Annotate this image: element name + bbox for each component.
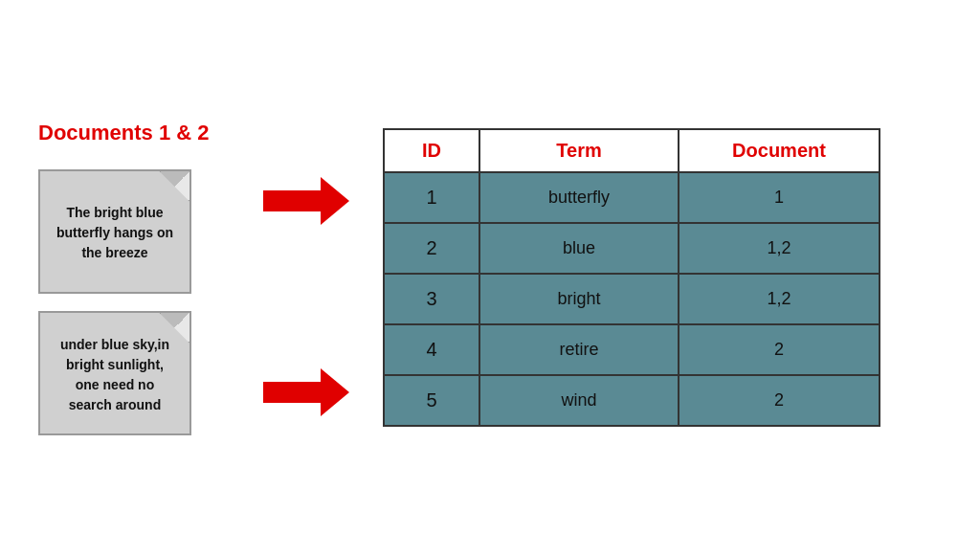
col-header-document: Document <box>679 130 879 171</box>
cell-term-3: bright <box>480 275 679 323</box>
table-header: ID Term Document <box>385 130 879 173</box>
cell-term-5: wind <box>480 376 679 425</box>
cell-id-3: 3 <box>385 275 480 323</box>
document-card-1: The bright blue butterfly hangs on the b… <box>38 169 191 294</box>
documents-section: Documents 1 & 2 The bright blue butterfl… <box>38 121 249 435</box>
table-section: ID Term Document 1 butterfly 1 2 blue 1,… <box>364 128 942 427</box>
table-row: 5 wind 2 <box>385 376 879 425</box>
cell-doc-2: 1,2 <box>679 224 879 273</box>
arrow-right-1 <box>263 177 349 225</box>
cell-doc-1: 1 <box>679 173 879 222</box>
cell-term-1: butterfly <box>480 173 679 222</box>
col-header-id: ID <box>385 130 480 171</box>
cell-doc-3: 1,2 <box>679 275 879 323</box>
table-body: 1 butterfly 1 2 blue 1,2 3 bright 1,2 4 … <box>385 173 879 425</box>
arrow-container-2 <box>263 321 349 464</box>
arrow-right-2 <box>263 368 349 416</box>
table-row: 3 bright 1,2 <box>385 275 879 325</box>
table-row: 4 retire 2 <box>385 325 879 376</box>
cell-doc-4: 2 <box>679 325 879 374</box>
section-title: Documents 1 & 2 <box>38 121 210 145</box>
table-row: 2 blue 1,2 <box>385 224 879 275</box>
cell-doc-5: 2 <box>679 376 879 425</box>
main-container: Documents 1 & 2 The bright blue butterfl… <box>0 0 980 555</box>
arrow-container-1 <box>263 129 349 273</box>
table-row: 1 butterfly 1 <box>385 173 879 224</box>
cell-id-1: 1 <box>385 173 480 222</box>
cell-id-2: 2 <box>385 224 480 273</box>
index-table: ID Term Document 1 butterfly 1 2 blue 1,… <box>383 128 880 427</box>
arrows-section <box>249 67 364 488</box>
document-text-1: The bright blue butterfly hangs on the b… <box>54 203 176 263</box>
document-text-2: under blue sky,in bright sunlight, one n… <box>54 335 176 415</box>
col-header-term: Term <box>480 130 679 171</box>
cell-term-2: blue <box>480 224 679 273</box>
cell-id-5: 5 <box>385 376 480 425</box>
documents-list: The bright blue butterfly hangs on the b… <box>38 169 249 435</box>
cell-term-4: retire <box>480 325 679 374</box>
cell-id-4: 4 <box>385 325 480 374</box>
document-card-2: under blue sky,in bright sunlight, one n… <box>38 311 191 435</box>
